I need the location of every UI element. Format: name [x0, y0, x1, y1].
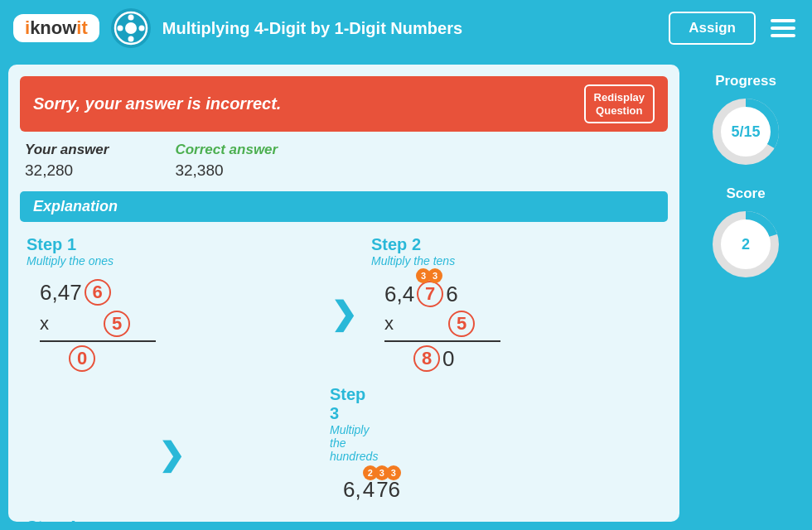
your-answer-value: 32,280 — [25, 161, 109, 180]
step-3-title: Step 3 — [330, 385, 358, 423]
arrow-2-placeholder: ❯ — [20, 380, 323, 513]
svg-point-4 — [117, 26, 123, 31]
step2-circle-5: 5 — [448, 311, 475, 337]
step-3-block: Step 3 Multiply the hundreds 6, 2 3 3 4 … — [323, 380, 365, 513]
logo-it: it — [76, 17, 87, 38]
correct-answer-block: Correct answer 32,380 — [175, 142, 278, 180]
step-2-math: 6,4 3 3 7 6 x 5 8 — [371, 274, 661, 375]
explanation-header: Explanation — [20, 191, 668, 222]
step1-line — [40, 340, 156, 342]
step1-result-row: 0 — [40, 345, 303, 372]
step-3-math: 6, 2 3 3 4 76 — [330, 470, 358, 508]
svg-point-5 — [138, 26, 144, 31]
redisplay-button[interactable]: RedisplayQuestion — [584, 84, 655, 123]
progress-donut: 5/15 — [708, 94, 783, 169]
header: iknowit Multiplying 4-Digit by 1-Digit N… — [0, 0, 812, 56]
step1-num: 6,47 — [40, 280, 82, 306]
step-1-title: Step 1 — [27, 235, 317, 254]
step2-carry-3b: 3 — [428, 268, 442, 283]
arrow-right-icon: ❯ — [331, 296, 357, 332]
assign-button[interactable]: Assign — [669, 12, 756, 45]
svg-point-2 — [128, 15, 133, 21]
step2-result-8: 8 — [413, 345, 440, 372]
step-2-title: Step 2 — [371, 235, 661, 254]
progress-value: 5/15 — [731, 123, 760, 141]
step2-x: x — [384, 313, 394, 335]
film-icon — [111, 8, 151, 48]
your-answer-block: Your answer 32,280 — [25, 142, 109, 180]
score-value: 2 — [742, 236, 750, 253]
step-4-block: Step 4 Multiply the thousands 2 3 3 6 ,4… — [20, 513, 323, 522]
arrow-3 — [365, 380, 668, 513]
page-title: Multiplying 4-Digit by 1-Digit Numbers — [162, 19, 658, 38]
answer-comparison: Your answer 32,280 Correct answer 32,380 — [8, 132, 679, 185]
step2-num-prefix: 6,4 — [384, 282, 414, 307]
explanation-label: Explanation — [33, 198, 118, 214]
step-2-subtitle: Multiply the tens — [371, 254, 661, 267]
step-1-math: 6,47 6 x 5 0 — [27, 274, 317, 375]
step-2-block: Step 2 Multiply the tens 6,4 3 3 7 6 — [365, 230, 668, 380]
correct-answer-label: Correct answer — [175, 142, 278, 158]
score-donut: 2 — [708, 207, 783, 282]
progress-section: Progress 5/15 — [708, 73, 783, 169]
content-area: Sorry, your answer is incorrect. Redispl… — [8, 65, 679, 522]
arrow-1: ❯ — [323, 230, 365, 380]
step3-carry-3b: 3 — [386, 465, 401, 480]
step2-line — [384, 340, 500, 342]
svg-point-3 — [128, 36, 133, 42]
score-section: Score 2 — [708, 186, 783, 282]
step-3-subtitle: Multiply the hundreds — [330, 423, 358, 463]
correct-answer-value: 32,380 — [175, 161, 278, 180]
step-4-title: Step 4 — [27, 518, 317, 522]
step2-circle-7: 7 — [417, 281, 443, 307]
menu-button[interactable] — [767, 16, 799, 41]
step1-circle-6: 6 — [85, 279, 111, 306]
step-1-block: Step 1 Multiply the ones 6,47 6 x 5 0 — [20, 230, 323, 380]
svg-point-1 — [125, 22, 137, 34]
step3-num-prefix: 6, — [343, 477, 361, 503]
step3-4-wrap: 2 3 3 4 — [363, 477, 375, 503]
step2-num-suffix: 6 — [446, 282, 457, 307]
step1-x: x — [40, 313, 49, 335]
main-layout: Sorry, your answer is incorrect. Redispl… — [0, 56, 812, 530]
steps-grid: Step 1 Multiply the ones 6,47 6 x 5 0 — [8, 222, 679, 522]
arrow-right-icon-2: ❯ — [158, 436, 185, 473]
step1-circle-5: 5 — [104, 311, 130, 337]
progress-label: Progress — [715, 73, 776, 89]
step2-result-row: 8 0 — [384, 345, 648, 372]
sidebar: Progress 5/15 Score 2 — [679, 56, 812, 530]
hamburger-line — [771, 34, 795, 37]
score-label: Score — [726, 186, 765, 202]
step2-7-wrap: 3 3 7 — [416, 280, 444, 307]
logo-know: know — [30, 17, 76, 38]
your-answer-label: Your answer — [25, 142, 109, 158]
step3-num-mid: 4 — [363, 477, 375, 502]
hamburger-line — [771, 19, 795, 22]
incorrect-banner: Sorry, your answer is incorrect. Redispl… — [20, 76, 668, 132]
logo: iknowit — [13, 14, 99, 42]
step1-result-0: 0 — [69, 345, 95, 372]
step-1-subtitle: Multiply the ones — [27, 254, 317, 267]
hamburger-line — [771, 26, 795, 30]
incorrect-message: Sorry, your answer is incorrect. — [33, 94, 281, 113]
step3-num-suffix: 76 — [376, 477, 400, 503]
step2-result-0: 0 — [442, 346, 454, 372]
